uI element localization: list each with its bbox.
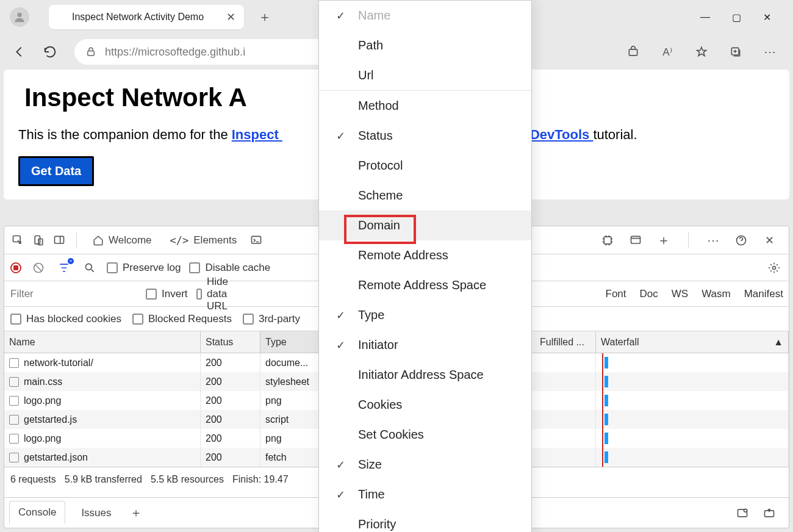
svg-rect-9 (604, 237, 611, 244)
check-icon: ✓ (336, 458, 345, 472)
link-inspect[interactable]: Inspect (232, 127, 282, 142)
blocked-requests-checkbox[interactable]: Blocked Requests (132, 313, 232, 325)
url-text: https://microsoftedge.github.i (105, 46, 245, 59)
memory-icon[interactable] (599, 232, 616, 249)
refresh-button[interactable] (39, 41, 61, 63)
tab-welcome[interactable]: Welcome (85, 226, 159, 254)
third-party-checkbox[interactable]: 3rd-party (243, 313, 300, 325)
invert-checkbox[interactable]: Invert (146, 288, 188, 300)
get-data-button[interactable]: Get Data (18, 156, 94, 186)
application-icon[interactable] (627, 232, 644, 249)
menu-item-status[interactable]: ✓Status (319, 121, 531, 151)
profile-avatar[interactable] (10, 7, 29, 27)
new-tab-button[interactable]: ＋ (253, 5, 277, 29)
menu-item-initiator-address-space[interactable]: Initiator Address Space (319, 360, 531, 390)
svg-rect-7 (55, 236, 64, 243)
col-name[interactable]: Name (4, 331, 201, 353)
inspect-element-icon[interactable] (9, 232, 26, 249)
filter-icon[interactable]: × (56, 259, 73, 276)
menu-item-url[interactable]: Url (319, 60, 531, 90)
help-icon[interactable] (733, 232, 750, 249)
filter-input[interactable] (4, 281, 146, 306)
lock-icon (85, 46, 96, 57)
menu-item-initiator[interactable]: ✓Initiator (319, 330, 531, 360)
col-type[interactable]: Type (260, 331, 321, 353)
tab-title: Inspect Network Activity Demo (72, 12, 219, 23)
svg-point-16 (744, 509, 747, 512)
sort-icon: ▲ (773, 337, 783, 348)
check-icon: ✓ (336, 129, 345, 143)
dock-icon[interactable] (51, 232, 68, 249)
col-waterfall[interactable]: Waterfall▲ (596, 331, 789, 353)
record-button[interactable] (10, 262, 21, 273)
read-aloud-icon[interactable]: A⁾ (656, 41, 678, 63)
tab-issues[interactable]: Issues (73, 502, 120, 524)
menu-item-name: ✓Name (319, 1, 531, 31)
file-icon (9, 396, 19, 406)
menu-item-time[interactable]: ✓Time (319, 480, 531, 509)
check-icon: ✓ (336, 309, 345, 322)
menu-item-path[interactable]: Path (319, 31, 531, 60)
svg-rect-1 (88, 51, 95, 56)
svg-point-13 (85, 264, 92, 270)
check-icon: ✓ (336, 488, 345, 501)
shopping-icon[interactable] (622, 41, 644, 63)
expand-drawer-icon[interactable] (761, 505, 778, 522)
menu-item-size[interactable]: ✓Size (319, 450, 531, 480)
menu-item-remote-address-space[interactable]: Remote Address Space (319, 270, 531, 300)
menu-item-set-cookies[interactable]: Set Cookies (319, 420, 531, 450)
type-manifest[interactable]: Manifest (744, 288, 783, 300)
type-wasm[interactable]: Wasm (702, 288, 731, 300)
close-window-icon[interactable]: ✕ (763, 12, 771, 23)
type-doc[interactable]: Doc (640, 288, 658, 300)
menu-item-remote-address[interactable]: Remote Address (319, 240, 531, 270)
column-context-menu[interactable]: ✓NamePathUrlMethod✓StatusProtocolSchemeD… (318, 0, 532, 532)
menu-item-domain[interactable]: Domain (319, 210, 531, 240)
type-ws[interactable]: WS (672, 288, 688, 300)
home-icon (93, 235, 104, 246)
page-title: Inspect Network A (24, 83, 247, 112)
disable-cache-checkbox[interactable]: Disable cache (189, 262, 270, 274)
menu-item-priority[interactable]: Priority (319, 509, 531, 532)
menu-item-scheme[interactable]: Scheme (319, 181, 531, 210)
file-icon (9, 415, 19, 425)
svg-point-0 (17, 13, 21, 17)
menu-item-protocol[interactable]: Protocol (319, 151, 531, 181)
has-blocked-cookies-checkbox[interactable]: Has blocked cookies (10, 313, 121, 325)
add-drawer-tab-icon[interactable]: ＋ (127, 505, 145, 522)
minimize-icon[interactable]: — (700, 12, 710, 23)
svg-rect-2 (629, 49, 637, 56)
menu-item-type[interactable]: ✓Type (319, 300, 531, 330)
close-tab-icon[interactable]: ✕ (219, 10, 235, 24)
person-icon (13, 10, 26, 24)
svg-point-14 (773, 266, 776, 269)
col-fulfilled[interactable]: Fulfilled ... (535, 331, 596, 353)
add-tab-icon[interactable]: ＋ (655, 232, 672, 249)
menu-item-method[interactable]: Method (319, 91, 531, 121)
file-icon (9, 453, 19, 462)
more-devtools-icon[interactable]: ⋯ (705, 232, 722, 249)
type-font[interactable]: Font (606, 288, 626, 300)
favorite-icon[interactable] (691, 41, 712, 63)
clear-icon[interactable] (30, 259, 47, 276)
svg-rect-5 (35, 235, 40, 243)
console-badge-icon[interactable] (248, 232, 265, 249)
more-icon[interactable]: ⋯ (759, 41, 781, 63)
preserve-log-checkbox[interactable]: Preserve log (107, 262, 181, 274)
device-toggle-icon[interactable] (30, 232, 47, 249)
search-icon[interactable] (81, 259, 98, 276)
file-icon (9, 358, 19, 368)
maximize-icon[interactable]: ▢ (732, 12, 741, 23)
settings-icon[interactable] (766, 259, 783, 276)
issues-badge-icon[interactable] (734, 505, 751, 522)
file-icon (9, 434, 19, 444)
tab-console[interactable]: Console (9, 501, 65, 525)
browser-tab[interactable]: Inspect Network Activity Demo ✕ (49, 5, 244, 29)
menu-item-cookies[interactable]: Cookies (319, 390, 531, 420)
col-status[interactable]: Status (201, 331, 260, 353)
tab-elements[interactable]: </>Elements (163, 226, 245, 254)
close-devtools-icon[interactable]: ✕ (761, 232, 778, 249)
collections-icon[interactable] (725, 41, 747, 63)
check-icon: ✓ (336, 339, 345, 352)
back-button[interactable] (9, 41, 30, 63)
